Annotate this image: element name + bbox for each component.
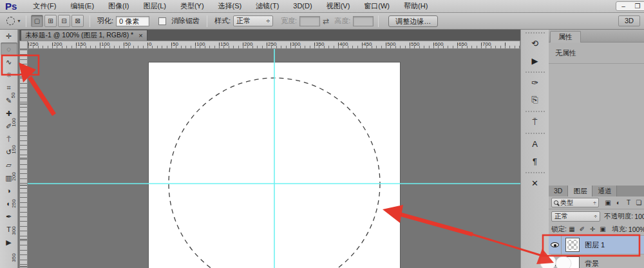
layer-visibility-cell[interactable] — [549, 254, 562, 268]
panel-tab[interactable]: 3D — [549, 186, 568, 196]
ruler-label: 50 — [124, 41, 147, 47]
layer-name: 背景 — [585, 259, 599, 268]
vertical-ruler[interactable]: 50100150200250300350 — [19, 49, 28, 268]
document-title: 未标题-1 @ 100% (图层 1, RGB/8) * — [25, 31, 133, 40]
lock-position-icon[interactable]: ✛ — [587, 225, 598, 233]
clone-source-panel-icon[interactable]: ⎘ — [526, 91, 545, 108]
tab-properties[interactable]: 属性 — [550, 31, 581, 43]
new-selection-button[interactable]: ▢ — [31, 15, 43, 27]
ruler-label: 100 — [100, 41, 124, 47]
fill-label: 填充: — [612, 225, 627, 234]
ruler-label: 150 — [76, 41, 100, 47]
menu-item[interactable]: 文件(F) — [26, 0, 63, 12]
layer-filter-dropdown[interactable]: 类型 ÷ — [551, 198, 599, 207]
lock-transparent-icon[interactable]: ▦ — [567, 225, 577, 233]
layer-row[interactable]: 背景 — [549, 254, 644, 268]
eye-icon — [551, 261, 559, 266]
menu-item[interactable]: 类型(Y) — [173, 0, 211, 12]
ruler-label: 350 — [314, 41, 338, 47]
opacity-value[interactable]: 100% — [634, 213, 644, 220]
ruler-label: 250 — [267, 41, 290, 47]
shape-filter-icon[interactable]: ❏ — [634, 199, 644, 206]
layer-row[interactable]: 图层 1 — [549, 236, 644, 254]
ruler-row: 2502001501005005010015020025030035040045… — [19, 41, 520, 49]
actions-panel-icon[interactable]: ▶ — [526, 52, 545, 69]
panel-tab[interactable]: 通道 — [592, 186, 617, 196]
menu-item[interactable]: 视图(V) — [319, 0, 357, 12]
panel-icon-glyph: ⍑ — [533, 117, 538, 128]
layer-visibility-cell[interactable] — [549, 236, 562, 254]
add-to-selection-button[interactable]: ⊞ — [44, 15, 57, 27]
minimize-button[interactable]: – — [616, 2, 630, 10]
restore-button[interactable]: ❐ — [630, 2, 644, 10]
quick-selection-tool[interactable]: ✳ — [1, 68, 17, 81]
panel-icon-glyph: ⟲ — [531, 39, 538, 48]
path-selection-tool[interactable]: ▶ — [1, 236, 17, 249]
type-filter-icon[interactable]: T — [623, 199, 634, 206]
blend-mode-dropdown[interactable]: 正常 ÷ — [551, 211, 600, 222]
tool-presets-panel-icon[interactable]: ✕ — [526, 172, 545, 191]
layers-tab-row: 3D图层通道 — [549, 186, 644, 196]
lock-label: 锁定: — [551, 225, 567, 234]
layers-panel: 3D图层通道 类型 ÷ ▣◐T❏ 正常 ÷ 不透明度: 100% 锁定: — [549, 186, 644, 268]
workspace-switcher-button[interactable]: 3D — [618, 15, 640, 26]
chevron-down-icon: ▼ — [17, 19, 21, 23]
fill-value[interactable]: 100% — [629, 225, 644, 233]
lock-pixels-icon[interactable]: ✐ — [577, 225, 587, 233]
brush-panel-icon[interactable]: ✑ — [526, 72, 545, 91]
properties-panel: 无属性 — [549, 43, 644, 186]
character-styles-panel-icon[interactable]: ⍑ — [526, 111, 545, 130]
menu-item[interactable]: 选择(S) — [211, 0, 249, 12]
hruler-labels: 2502001501005005010015020025030035040045… — [28, 41, 505, 47]
selection-mode-group: ▢ ⊞ ⊟ ⊠ — [31, 15, 85, 27]
height-input[interactable] — [353, 16, 374, 26]
adjustment-filter-icon[interactable]: ◐ — [613, 199, 623, 206]
style-dropdown[interactable]: 正常 ÷ — [233, 15, 273, 26]
intersect-selection-button[interactable]: ⊠ — [71, 15, 84, 27]
menu-item[interactable]: 编辑(E) — [63, 0, 101, 12]
tool-icon: ◌ — [6, 45, 11, 53]
mode-glyph: ⊠ — [75, 17, 80, 24]
menu-item[interactable]: 帮助(H) — [397, 0, 435, 12]
dropdown-spinner-icon: ÷ — [593, 200, 596, 206]
eraser-tool[interactable]: ▱ — [1, 158, 17, 171]
pixel-filter-icon[interactable]: ▣ — [603, 199, 613, 206]
tool-icon: ✒ — [6, 213, 12, 221]
menu-item[interactable]: 滤镜(T) — [249, 0, 286, 12]
document-tab-strip: 未标题-1 @ 100% (图层 1, RGB/8) * × — [19, 30, 520, 41]
horizontal-ruler[interactable]: 2502001501005005010015020025030035040045… — [28, 41, 520, 49]
swap-dimensions-icon[interactable]: ⇄ — [323, 17, 329, 26]
layer-thumbnail[interactable] — [565, 238, 580, 252]
menu-item[interactable]: 图像(I) — [101, 0, 136, 12]
character-panel-icon[interactable]: A — [526, 133, 545, 152]
clone-stamp-tool[interactable]: ⍑ — [1, 133, 17, 146]
menu-item[interactable]: 3D(D) — [286, 0, 319, 12]
dropdown-spinner-icon: ÷ — [263, 17, 270, 24]
tool-icon: ⍑ — [6, 135, 11, 144]
menu-item[interactable]: 窗口(W) — [357, 0, 397, 12]
width-input[interactable] — [299, 16, 320, 26]
blend-mode-row: 正常 ÷ 不透明度: 100% — [549, 209, 644, 223]
feather-input[interactable]: 0 像素 — [116, 16, 149, 26]
tool-preset-picker[interactable]: ▼ — [6, 17, 21, 25]
elliptical-marquee-tool[interactable]: ◌ — [1, 43, 17, 55]
subtract-from-selection-button[interactable]: ⊟ — [58, 15, 70, 27]
lock-all-icon[interactable]: ▣ — [598, 225, 608, 233]
pen-tool[interactable]: ✒ — [1, 210, 17, 223]
separator — [207, 15, 207, 27]
layer-thumbnail[interactable] — [565, 256, 580, 268]
refine-edge-button[interactable]: 调整边缘… — [388, 15, 438, 27]
menu-item[interactable]: 图层(L) — [136, 0, 173, 12]
history-panel-icon[interactable]: ⟲ — [526, 32, 545, 52]
antialias-checkbox[interactable] — [158, 17, 166, 25]
tool-icon: ▱ — [6, 161, 11, 169]
lasso-tool[interactable]: ∿ — [1, 55, 17, 68]
move-tool[interactable]: ✛ — [1, 30, 17, 43]
close-tab-icon[interactable]: × — [138, 32, 142, 39]
ruler-label: 650 — [457, 41, 481, 47]
panel-tab[interactable]: 图层 — [568, 186, 592, 196]
document-tab[interactable]: 未标题-1 @ 100% (图层 1, RGB/8) * × — [21, 30, 147, 41]
paragraph-panel-icon[interactable]: ¶ — [526, 153, 545, 169]
canvas-viewport[interactable] — [28, 49, 520, 268]
blur-tool[interactable]: ◑ — [1, 184, 17, 197]
